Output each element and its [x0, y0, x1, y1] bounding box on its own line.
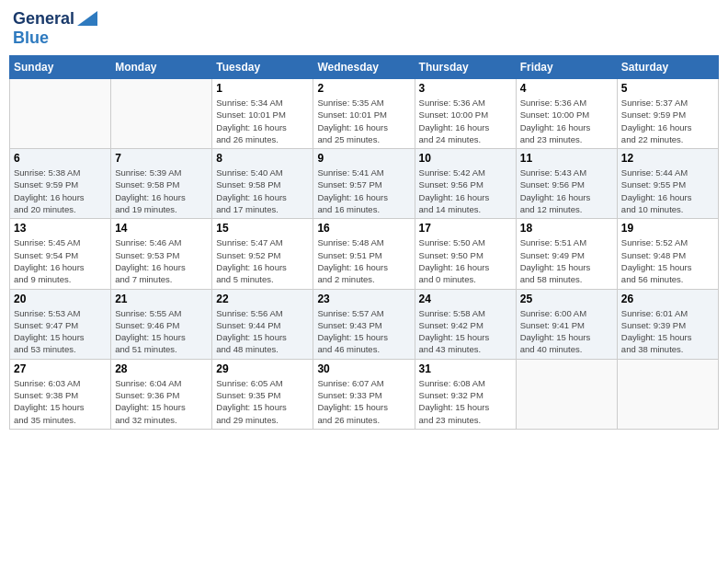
calendar-cell: 15Sunrise: 5:47 AM Sunset: 9:52 PM Dayli…	[212, 219, 313, 289]
calendar-cell: 5Sunrise: 5:37 AM Sunset: 9:59 PM Daylig…	[617, 79, 718, 149]
day-number: 11	[520, 152, 613, 165]
day-number: 1	[216, 82, 309, 95]
day-info: Sunrise: 5:48 AM Sunset: 9:51 PM Dayligh…	[317, 236, 410, 285]
calendar-cell: 1Sunrise: 5:34 AM Sunset: 10:01 PM Dayli…	[212, 79, 313, 149]
calendar-cell: 6Sunrise: 5:38 AM Sunset: 9:59 PM Daylig…	[10, 149, 111, 219]
day-number: 8	[216, 152, 309, 165]
calendar-cell: 31Sunrise: 6:08 AM Sunset: 9:32 PM Dayli…	[415, 359, 516, 429]
day-number: 9	[317, 152, 410, 165]
day-info: Sunrise: 5:38 AM Sunset: 9:59 PM Dayligh…	[14, 167, 107, 215]
calendar-cell: 28Sunrise: 6:04 AM Sunset: 9:36 PM Dayli…	[111, 359, 212, 429]
day-info: Sunrise: 5:46 AM Sunset: 9:53 PM Dayligh…	[115, 236, 208, 285]
day-number: 16	[317, 222, 410, 235]
calendar-cell: 17Sunrise: 5:50 AM Sunset: 9:50 PM Dayli…	[415, 219, 516, 289]
day-number: 19	[621, 222, 714, 235]
day-number: 13	[14, 222, 107, 235]
weekday-header: Monday	[111, 56, 212, 79]
calendar-cell: 29Sunrise: 6:05 AM Sunset: 9:35 PM Dayli…	[212, 359, 313, 429]
day-number: 15	[216, 222, 309, 235]
calendar-cell: 19Sunrise: 5:52 AM Sunset: 9:48 PM Dayli…	[617, 219, 718, 289]
header: General Blue	[9, 9, 719, 48]
day-number: 3	[419, 82, 512, 95]
day-info: Sunrise: 6:08 AM Sunset: 9:32 PM Dayligh…	[419, 377, 512, 426]
calendar-cell: 11Sunrise: 5:43 AM Sunset: 9:56 PM Dayli…	[516, 149, 617, 219]
calendar-table: SundayMondayTuesdayWednesdayThursdayFrid…	[9, 55, 719, 430]
day-number: 4	[520, 82, 613, 95]
calendar-cell: 8Sunrise: 5:40 AM Sunset: 9:58 PM Daylig…	[212, 149, 313, 219]
day-info: Sunrise: 6:04 AM Sunset: 9:36 PM Dayligh…	[115, 377, 208, 426]
calendar-cell: 13Sunrise: 5:45 AM Sunset: 9:54 PM Dayli…	[10, 219, 111, 289]
day-info: Sunrise: 5:52 AM Sunset: 9:48 PM Dayligh…	[621, 236, 714, 285]
day-info: Sunrise: 5:36 AM Sunset: 10:00 PM Daylig…	[520, 97, 613, 145]
calendar-cell: 16Sunrise: 5:48 AM Sunset: 9:51 PM Dayli…	[313, 219, 415, 289]
day-info: Sunrise: 6:01 AM Sunset: 9:39 PM Dayligh…	[621, 307, 714, 356]
calendar-cell	[10, 79, 111, 149]
day-number: 23	[317, 293, 410, 305]
day-number: 6	[14, 152, 107, 165]
day-info: Sunrise: 5:55 AM Sunset: 9:46 PM Dayligh…	[115, 307, 208, 356]
day-info: Sunrise: 6:05 AM Sunset: 9:35 PM Dayligh…	[216, 377, 309, 426]
day-number: 29	[216, 362, 309, 375]
day-number: 12	[621, 152, 714, 165]
day-number: 2	[317, 82, 410, 95]
calendar-cell: 26Sunrise: 6:01 AM Sunset: 9:39 PM Dayli…	[617, 289, 718, 359]
calendar-week-row: 27Sunrise: 6:03 AM Sunset: 9:38 PM Dayli…	[10, 359, 719, 429]
calendar-week-row: 20Sunrise: 5:53 AM Sunset: 9:47 PM Dayli…	[10, 289, 719, 359]
calendar-cell: 12Sunrise: 5:44 AM Sunset: 9:55 PM Dayli…	[617, 149, 718, 219]
calendar-cell	[516, 359, 617, 429]
day-info: Sunrise: 5:36 AM Sunset: 10:00 PM Daylig…	[419, 97, 512, 145]
day-info: Sunrise: 5:56 AM Sunset: 9:44 PM Dayligh…	[216, 307, 309, 356]
day-number: 28	[115, 362, 208, 375]
day-number: 21	[115, 293, 208, 305]
calendar-cell: 30Sunrise: 6:07 AM Sunset: 9:33 PM Dayli…	[313, 359, 415, 429]
day-info: Sunrise: 6:07 AM Sunset: 9:33 PM Dayligh…	[317, 377, 410, 426]
calendar-cell: 23Sunrise: 5:57 AM Sunset: 9:43 PM Dayli…	[313, 289, 415, 359]
day-number: 14	[115, 222, 208, 235]
day-number: 5	[621, 82, 714, 95]
weekday-header: Thursday	[415, 56, 516, 79]
day-number: 10	[419, 152, 512, 165]
day-number: 26	[621, 293, 714, 305]
day-info: Sunrise: 5:50 AM Sunset: 9:50 PM Dayligh…	[419, 236, 512, 285]
calendar-cell	[617, 359, 718, 429]
day-number: 25	[520, 293, 613, 305]
day-info: Sunrise: 5:45 AM Sunset: 9:54 PM Dayligh…	[14, 236, 107, 285]
logo-general: General	[13, 9, 74, 29]
day-number: 7	[115, 152, 208, 165]
calendar-cell: 10Sunrise: 5:42 AM Sunset: 9:56 PM Dayli…	[415, 149, 516, 219]
day-info: Sunrise: 5:58 AM Sunset: 9:42 PM Dayligh…	[419, 307, 512, 356]
weekday-header: Friday	[516, 56, 617, 79]
day-number: 27	[14, 362, 107, 375]
calendar-cell: 22Sunrise: 5:56 AM Sunset: 9:44 PM Dayli…	[212, 289, 313, 359]
calendar-week-row: 6Sunrise: 5:38 AM Sunset: 9:59 PM Daylig…	[10, 149, 719, 219]
day-number: 30	[317, 362, 410, 375]
day-info: Sunrise: 5:40 AM Sunset: 9:58 PM Dayligh…	[216, 167, 309, 215]
calendar-cell: 20Sunrise: 5:53 AM Sunset: 9:47 PM Dayli…	[10, 289, 111, 359]
calendar-week-row: 1Sunrise: 5:34 AM Sunset: 10:01 PM Dayli…	[10, 79, 719, 149]
calendar-cell: 7Sunrise: 5:39 AM Sunset: 9:58 PM Daylig…	[111, 149, 212, 219]
day-info: Sunrise: 5:44 AM Sunset: 9:55 PM Dayligh…	[621, 167, 714, 215]
calendar-cell: 4Sunrise: 5:36 AM Sunset: 10:00 PM Dayli…	[516, 79, 617, 149]
day-info: Sunrise: 5:34 AM Sunset: 10:01 PM Daylig…	[216, 97, 309, 145]
weekday-header: Wednesday	[313, 56, 415, 79]
day-info: Sunrise: 6:03 AM Sunset: 9:38 PM Dayligh…	[14, 377, 107, 426]
calendar-cell: 9Sunrise: 5:41 AM Sunset: 9:57 PM Daylig…	[313, 149, 415, 219]
day-info: Sunrise: 5:57 AM Sunset: 9:43 PM Dayligh…	[317, 307, 410, 356]
calendar-cell: 25Sunrise: 6:00 AM Sunset: 9:41 PM Dayli…	[516, 289, 617, 359]
calendar-cell: 3Sunrise: 5:36 AM Sunset: 10:00 PM Dayli…	[415, 79, 516, 149]
logo-icon	[77, 11, 97, 26]
calendar-cell: 2Sunrise: 5:35 AM Sunset: 10:01 PM Dayli…	[313, 79, 415, 149]
day-number: 17	[419, 222, 512, 235]
calendar-cell: 24Sunrise: 5:58 AM Sunset: 9:42 PM Dayli…	[415, 289, 516, 359]
weekday-header: Sunday	[10, 56, 111, 79]
day-info: Sunrise: 6:00 AM Sunset: 9:41 PM Dayligh…	[520, 307, 613, 356]
day-info: Sunrise: 5:37 AM Sunset: 9:59 PM Dayligh…	[621, 97, 714, 145]
day-info: Sunrise: 5:51 AM Sunset: 9:49 PM Dayligh…	[520, 236, 613, 285]
day-number: 31	[419, 362, 512, 375]
logo-blue: Blue	[13, 29, 49, 47]
calendar-cell	[111, 79, 212, 149]
day-info: Sunrise: 5:53 AM Sunset: 9:47 PM Dayligh…	[14, 307, 107, 356]
day-number: 18	[520, 222, 613, 235]
weekday-header: Tuesday	[212, 56, 313, 79]
calendar-cell: 14Sunrise: 5:46 AM Sunset: 9:53 PM Dayli…	[111, 219, 212, 289]
